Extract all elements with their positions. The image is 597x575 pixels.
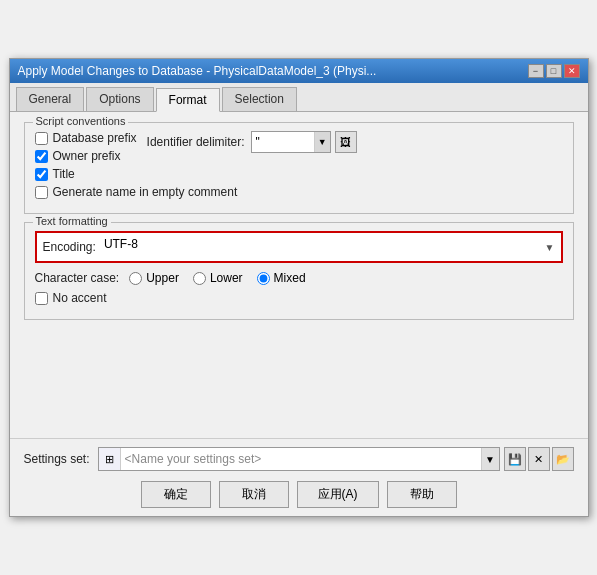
- no-accent-label: No accent: [53, 291, 107, 305]
- script-conventions-label: Script conventions: [33, 115, 129, 127]
- title-row: Title: [35, 167, 563, 181]
- tab-options[interactable]: Options: [86, 87, 153, 111]
- bottom-bar: Settings set: ⊞ <Name your settings set>…: [10, 438, 588, 516]
- text-formatting-group: Text formatting Encoding: UTF-8 ▼ Charac…: [24, 222, 574, 320]
- settings-placeholder: <Name your settings set>: [121, 452, 481, 466]
- content-area: Script conventions Database prefix Owner…: [10, 112, 588, 338]
- title-bar-buttons: − □ ✕: [528, 64, 580, 78]
- minimize-button[interactable]: −: [528, 64, 544, 78]
- radio-mixed-input[interactable]: [257, 272, 270, 285]
- owner-prefix-row: Owner prefix: [35, 149, 137, 163]
- help-button[interactable]: 帮助: [387, 481, 457, 508]
- radio-group: Upper Lower Mixed: [129, 271, 305, 285]
- encoding-row: Encoding: UTF-8 ▼: [35, 231, 563, 263]
- title-bar: Apply Model Changes to Database - Physic…: [10, 59, 588, 83]
- tabs-row: General Options Format Selection: [10, 83, 588, 112]
- encoding-dropdown-arrow[interactable]: ▼: [545, 242, 555, 253]
- settings-browse-button[interactable]: 📂: [552, 447, 574, 471]
- encoding-label: Encoding:: [43, 240, 96, 254]
- content-spacer: [10, 338, 588, 438]
- settings-dropdown-arrow[interactable]: ▼: [481, 448, 499, 470]
- close-button[interactable]: ✕: [564, 64, 580, 78]
- window-title: Apply Model Changes to Database - Physic…: [18, 64, 377, 78]
- owner-prefix-label: Owner prefix: [53, 149, 121, 163]
- settings-save-button[interactable]: 💾: [504, 447, 526, 471]
- identifier-delimiter-dropdown-wrapper: " ▼ 🖼: [251, 131, 357, 153]
- database-prefix-row: Database prefix: [35, 131, 137, 145]
- character-case-row: Character case: Upper Lower Mixed: [35, 271, 563, 285]
- no-accent-checkbox[interactable]: [35, 292, 48, 305]
- maximize-button[interactable]: □: [546, 64, 562, 78]
- conventions-checkboxes: Database prefix Owner prefix: [35, 131, 137, 167]
- encoding-value: UTF-8: [104, 237, 545, 257]
- settings-action-buttons: 💾 ✕ 📂: [504, 447, 574, 471]
- text-formatting-label: Text formatting: [33, 215, 111, 227]
- title-checkbox[interactable]: [35, 168, 48, 181]
- radio-upper[interactable]: Upper: [129, 271, 179, 285]
- no-accent-row: No accent: [35, 291, 563, 305]
- generate-name-label: Generate name in empty comment: [53, 185, 238, 199]
- script-conventions-group: Script conventions Database prefix Owner…: [24, 122, 574, 214]
- owner-prefix-checkbox[interactable]: [35, 150, 48, 163]
- radio-upper-label: Upper: [146, 271, 179, 285]
- generate-name-checkbox[interactable]: [35, 186, 48, 199]
- settings-delete-button[interactable]: ✕: [528, 447, 550, 471]
- radio-lower-label: Lower: [210, 271, 243, 285]
- identifier-delimiter-label: Identifier delimiter:: [147, 135, 245, 149]
- identifier-delimiter-value: ": [252, 135, 314, 149]
- database-prefix-label: Database prefix: [53, 131, 137, 145]
- settings-set-row: Settings set: ⊞ <Name your settings set>…: [24, 447, 574, 471]
- radio-lower[interactable]: Lower: [193, 271, 243, 285]
- radio-lower-input[interactable]: [193, 272, 206, 285]
- main-window: Apply Model Changes to Database - Physic…: [9, 58, 589, 517]
- generate-name-row: Generate name in empty comment: [35, 185, 563, 199]
- conventions-row: Database prefix Owner prefix Identifier …: [35, 131, 563, 167]
- tab-general[interactable]: General: [16, 87, 85, 111]
- title-label: Title: [53, 167, 75, 181]
- settings-select-wrapper[interactable]: ⊞ <Name your settings set> ▼: [98, 447, 500, 471]
- radio-mixed-label: Mixed: [274, 271, 306, 285]
- identifier-browse-button[interactable]: 🖼: [335, 131, 357, 153]
- database-prefix-checkbox[interactable]: [35, 132, 48, 145]
- identifier-delimiter-select[interactable]: " ▼: [251, 131, 331, 153]
- radio-mixed[interactable]: Mixed: [257, 271, 306, 285]
- tab-selection[interactable]: Selection: [222, 87, 297, 111]
- identifier-delimiter-arrow[interactable]: ▼: [314, 132, 330, 152]
- cancel-button[interactable]: 取消: [219, 481, 289, 508]
- radio-upper-input[interactable]: [129, 272, 142, 285]
- identifier-delimiter-section: Identifier delimiter: " ▼ 🖼: [147, 131, 563, 153]
- tab-format[interactable]: Format: [156, 88, 220, 112]
- ok-button[interactable]: 确定: [141, 481, 211, 508]
- settings-set-label: Settings set:: [24, 452, 90, 466]
- settings-icon: ⊞: [99, 448, 121, 470]
- action-buttons-row: 确定 取消 应用(A) 帮助: [24, 481, 574, 508]
- apply-button[interactable]: 应用(A): [297, 481, 379, 508]
- character-case-label: Character case:: [35, 271, 120, 285]
